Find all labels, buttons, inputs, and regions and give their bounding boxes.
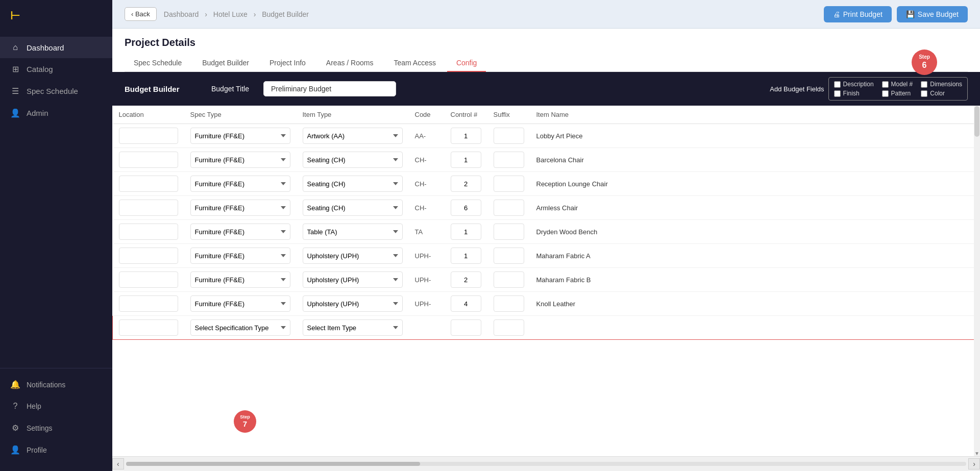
field-finish[interactable]: Finish bbox=[834, 90, 874, 97]
item-type-select-0[interactable]: Artwork (AA) bbox=[303, 128, 403, 144]
description-checkbox[interactable] bbox=[834, 81, 841, 88]
sidebar-item-help[interactable]: ? Help bbox=[0, 395, 112, 417]
breadcrumb-hotel-luxe[interactable]: Hotel Luxe bbox=[213, 10, 248, 18]
back-button[interactable]: ‹ Back bbox=[125, 7, 157, 21]
item-type-select-3[interactable]: Seating (CH) bbox=[303, 200, 403, 216]
field-dimensions[interactable]: Dimensions bbox=[921, 81, 962, 88]
finish-checkbox[interactable] bbox=[834, 90, 841, 97]
location-input-2[interactable] bbox=[119, 176, 178, 192]
topbar-left: ‹ Back Dashboard › Hotel Luxe › Budget B… bbox=[125, 7, 311, 21]
item-type-select-1[interactable]: Seating (CH) bbox=[303, 152, 403, 168]
budget-table: Location Spec Type Item Type Code Contro… bbox=[112, 106, 980, 340]
table-row: Furniture (FF&E) Upholstery (UPH) UPH- M… bbox=[113, 244, 980, 268]
control-input-4[interactable] bbox=[451, 224, 481, 240]
control-cell-2 bbox=[445, 172, 487, 196]
suffix-input-3[interactable] bbox=[494, 200, 524, 216]
sidebar-item-label: Dashboard bbox=[27, 43, 64, 52]
sidebar-item-admin[interactable]: 👤 Admin bbox=[0, 102, 112, 124]
scroll-left-button[interactable]: ‹ bbox=[112, 458, 124, 469]
tab-project-info[interactable]: Project Info bbox=[260, 55, 315, 72]
suffix-cell-0 bbox=[487, 124, 530, 148]
print-budget-button[interactable]: 🖨 Print Budget bbox=[824, 6, 892, 22]
suffix-input-6[interactable] bbox=[494, 271, 524, 288]
tab-spec-schedule[interactable]: Spec Schedule bbox=[125, 55, 191, 72]
breadcrumb-dashboard[interactable]: Dashboard bbox=[164, 10, 199, 18]
control-input-3[interactable] bbox=[451, 200, 481, 216]
scroll-right-button[interactable]: › bbox=[968, 458, 980, 469]
spec-type-select-1[interactable]: Furniture (FF&E) bbox=[190, 152, 290, 168]
location-input-6[interactable] bbox=[119, 271, 178, 288]
suffix-input-5[interactable] bbox=[494, 247, 524, 264]
field-pattern[interactable]: Pattern bbox=[882, 90, 913, 97]
sidebar-item-profile[interactable]: 👤 Profile bbox=[0, 439, 112, 461]
dimensions-checkbox[interactable] bbox=[921, 81, 927, 88]
scroll-handle[interactable] bbox=[126, 462, 420, 466]
sidebar-item-settings[interactable]: ⚙ Settings bbox=[0, 417, 112, 439]
tab-team-access[interactable]: Team Access bbox=[384, 55, 445, 72]
spec-type-select-3[interactable]: Furniture (FF&E) bbox=[190, 200, 290, 216]
field-description[interactable]: Description bbox=[834, 81, 874, 88]
suffix-input-4[interactable] bbox=[494, 224, 524, 240]
new-suffix-input[interactable] bbox=[494, 319, 524, 336]
new-item-type-select[interactable]: Select Item Type bbox=[303, 319, 403, 336]
spec-type-select-6[interactable]: Furniture (FF&E) bbox=[190, 271, 290, 288]
control-input-0[interactable] bbox=[451, 128, 481, 144]
location-cell-3 bbox=[113, 196, 184, 220]
step6-number: 6 bbox=[922, 60, 927, 70]
spec-type-select-2[interactable]: Furniture (FF&E) bbox=[190, 176, 290, 192]
sidebar-item-notifications[interactable]: 🔔 Notifications bbox=[0, 374, 112, 395]
tab-areas-rooms[interactable]: Areas / Rooms bbox=[317, 55, 383, 72]
sidebar-item-spec-schedule[interactable]: ☰ Spec Schedule bbox=[0, 80, 112, 102]
col-suffix: Suffix bbox=[487, 106, 530, 124]
item-type-select-4[interactable]: Table (TA) bbox=[303, 224, 403, 240]
tab-config[interactable]: Config bbox=[447, 55, 486, 72]
spec-type-select-0[interactable]: Furniture (FF&E) bbox=[190, 128, 290, 144]
table-wrap: Location Spec Type Item Type Code Contro… bbox=[112, 106, 980, 456]
scroll-down-arrow[interactable]: ▼ bbox=[974, 451, 980, 456]
item-type-select-7[interactable]: Upholstery (UPH) bbox=[303, 295, 403, 312]
suffix-input-2[interactable] bbox=[494, 176, 524, 192]
topbar: ‹ Back Dashboard › Hotel Luxe › Budget B… bbox=[112, 0, 980, 29]
control-input-7[interactable] bbox=[451, 295, 481, 312]
save-budget-label: Save Budget bbox=[918, 10, 959, 18]
sidebar-item-catalog[interactable]: ⊞ Catalog bbox=[0, 58, 112, 80]
control-cell-1 bbox=[445, 148, 487, 172]
suffix-input-1[interactable] bbox=[494, 152, 524, 168]
budget-title-input[interactable] bbox=[263, 81, 396, 96]
new-location-input[interactable] bbox=[119, 319, 178, 336]
breadcrumb-budget-builder[interactable]: Budget Builder bbox=[262, 10, 309, 18]
breadcrumb-sep2: › bbox=[254, 10, 258, 18]
control-input-1[interactable] bbox=[451, 152, 481, 168]
location-input-3[interactable] bbox=[119, 200, 178, 216]
item-type-select-6[interactable]: Upholstery (UPH) bbox=[303, 271, 403, 288]
spec-type-select-7[interactable]: Furniture (FF&E) bbox=[190, 295, 290, 312]
location-input-4[interactable] bbox=[119, 224, 178, 240]
vertical-scrollbar[interactable]: ▲ ▼ bbox=[974, 106, 980, 456]
color-checkbox[interactable] bbox=[921, 90, 927, 97]
spec-type-select-4[interactable]: Furniture (FF&E) bbox=[190, 224, 290, 240]
location-input-5[interactable] bbox=[119, 247, 178, 264]
scroll-track[interactable] bbox=[126, 462, 967, 466]
model-checkbox[interactable] bbox=[882, 81, 889, 88]
location-input-1[interactable] bbox=[119, 152, 178, 168]
pattern-checkbox[interactable] bbox=[882, 90, 889, 97]
suffix-input-7[interactable] bbox=[494, 295, 524, 312]
location-input-7[interactable] bbox=[119, 295, 178, 312]
scroll-thumb[interactable] bbox=[974, 106, 979, 137]
sidebar-item-dashboard[interactable]: ⌂ Dashboard bbox=[0, 37, 112, 58]
field-color[interactable]: Color bbox=[921, 90, 962, 97]
new-control-input[interactable] bbox=[451, 319, 481, 336]
control-input-6[interactable] bbox=[451, 271, 481, 288]
item-type-select-2[interactable]: Seating (CH) bbox=[303, 176, 403, 192]
control-input-5[interactable] bbox=[451, 247, 481, 264]
save-budget-button[interactable]: 💾 Save Budget bbox=[897, 6, 968, 22]
table-header-row: Location Spec Type Item Type Code Contro… bbox=[113, 106, 980, 124]
tab-budget-builder[interactable]: Budget Builder bbox=[193, 55, 258, 72]
location-input-0[interactable] bbox=[119, 128, 178, 144]
new-spec-type-select[interactable]: Select Specification Type bbox=[190, 319, 290, 336]
field-model[interactable]: Model # bbox=[882, 81, 913, 88]
item-type-select-5[interactable]: Upholstery (UPH) bbox=[303, 247, 403, 264]
control-input-2[interactable] bbox=[451, 176, 481, 192]
spec-type-select-5[interactable]: Furniture (FF&E) bbox=[190, 247, 290, 264]
suffix-input-0[interactable] bbox=[494, 128, 524, 144]
